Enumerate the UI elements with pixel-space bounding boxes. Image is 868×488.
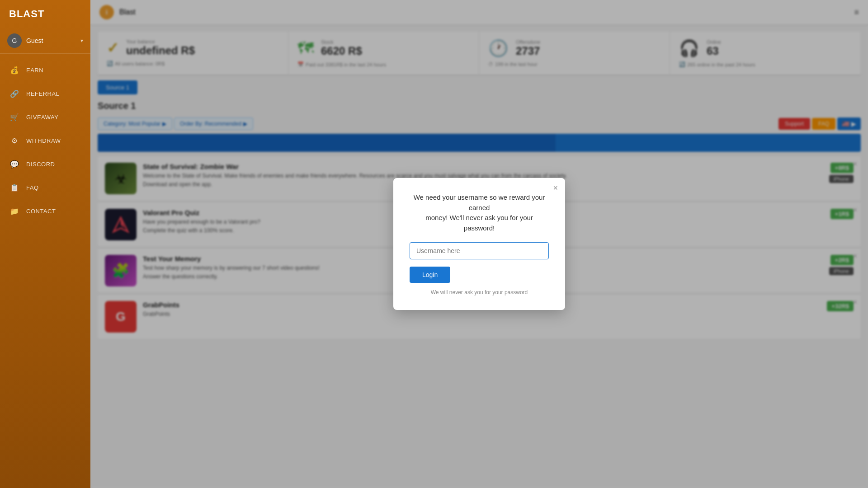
sidebar-item-withdraw[interactable]: ⚙ WITHDRAW	[0, 129, 90, 152]
avatar: G	[7, 33, 22, 48]
username-label: Guest	[26, 37, 80, 44]
sidebar-item-label: GIVEAWAY	[26, 114, 58, 121]
chevron-down-icon: ▾	[80, 38, 83, 44]
sidebar-item-label: EARN	[26, 67, 43, 74]
modal-note: We will never ask you for your password	[410, 289, 549, 296]
discord-icon: 💬	[9, 159, 20, 169]
modal-title: We need your username so we reward your …	[410, 192, 549, 233]
sidebar: BLAST G Guest ▾ 💰 EARN 🔗 REFERRAL 🛒 GIVE…	[0, 0, 90, 488]
sidebar-item-faq[interactable]: 📋 FAQ	[0, 176, 90, 199]
withdraw-icon: ⚙	[9, 135, 20, 146]
sidebar-item-giveaway[interactable]: 🛒 GIVEAWAY	[0, 105, 90, 129]
modal-close-button[interactable]: ×	[553, 183, 558, 193]
main-content: i Blast ≡ ✓ Your balance undefined R$ 🔄 …	[90, 0, 868, 488]
contact-icon: 📁	[9, 206, 20, 216]
sidebar-item-contact[interactable]: 📁 CONTACT	[0, 199, 90, 223]
app-logo: BLAST	[0, 0, 90, 28]
sidebar-item-referral[interactable]: 🔗 REFERRAL	[0, 82, 90, 105]
sidebar-item-label: WITHDRAW	[26, 137, 61, 144]
user-menu[interactable]: G Guest ▾	[0, 28, 90, 54]
login-modal: × We need your username so we reward you…	[393, 178, 565, 310]
earn-icon: 💰	[9, 65, 20, 75]
sidebar-item-earn[interactable]: 💰 EARN	[0, 58, 90, 82]
sidebar-item-label: FAQ	[26, 184, 39, 191]
giveaway-icon: 🛒	[9, 112, 20, 122]
username-input[interactable]	[410, 242, 549, 259]
sidebar-item-discord[interactable]: 💬 DISCORD	[0, 152, 90, 176]
sidebar-item-label: DISCORD	[26, 161, 55, 168]
sidebar-nav: 💰 EARN 🔗 REFERRAL 🛒 GIVEAWAY ⚙ WITHDRAW …	[0, 58, 90, 223]
referral-icon: 🔗	[9, 88, 20, 99]
sidebar-item-label: CONTACT	[26, 208, 56, 215]
modal-wrap: × We need your username so we reward you…	[90, 0, 868, 488]
faq-icon: 📋	[9, 182, 20, 193]
sidebar-item-label: REFERRAL	[26, 90, 59, 97]
login-button[interactable]: Login	[410, 267, 450, 283]
